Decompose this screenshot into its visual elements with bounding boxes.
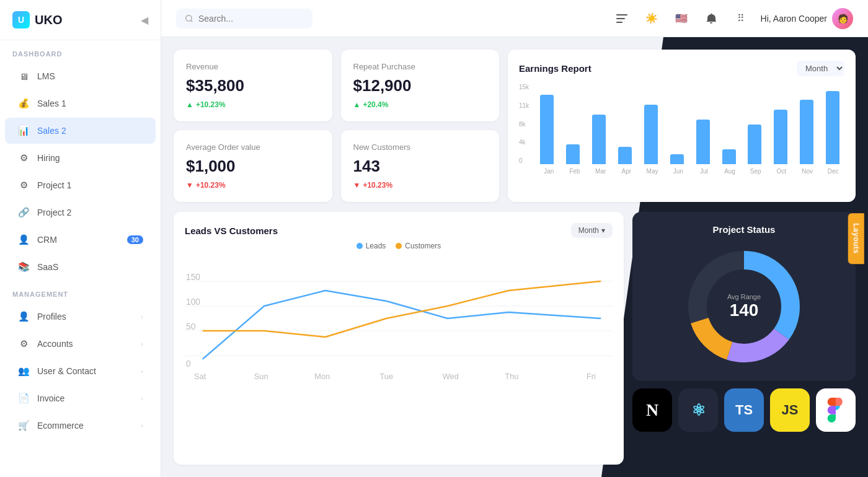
- chevron-right-icon: ›: [141, 340, 143, 348]
- leads-legend-item: Leads: [356, 242, 386, 250]
- crm-badge: 30: [127, 235, 143, 244]
- react-icon[interactable]: ⚛: [678, 388, 718, 432]
- sidebar-item-user-contact[interactable]: 👥 User & Contact ›: [5, 358, 156, 384]
- bar-wrapper: [535, 84, 558, 164]
- earnings-bar[interactable]: [566, 144, 580, 164]
- search-icon: [185, 14, 193, 23]
- search-box[interactable]: [176, 9, 312, 28]
- sidebar-item-lms[interactable]: 🖥 LMS: [5, 63, 156, 89]
- svg-rect-2: [616, 14, 627, 15]
- top-section: Revenue $35,800 ▲ +10.23% Repeat Purchas…: [174, 50, 856, 202]
- leads-month-filter[interactable]: Month ▾: [571, 223, 613, 238]
- stat-value: $35,800: [186, 76, 320, 95]
- month-labels: JanFebMarAprMayJunJulAugSepOctNovDec: [519, 168, 844, 175]
- svg-text:Mon: Mon: [314, 372, 330, 380]
- stat-card-repeat-purchase: Repeat Purchase $12,900 ▲ +20.4%: [341, 50, 500, 121]
- sidebar-item-crm[interactable]: 👤 CRM 30: [5, 227, 156, 253]
- profiles-icon: 👤: [17, 310, 30, 323]
- stat-label: Average Order value: [186, 142, 320, 152]
- dark-right-section: Project Status: [632, 212, 856, 465]
- sidebar-item-project1[interactable]: ⚙ Project 1: [5, 172, 156, 198]
- svg-text:0: 0: [186, 359, 191, 369]
- sidebar-item-ecommerce[interactable]: 🛒 Ecommerce ›: [5, 413, 156, 439]
- sidebar-item-hiring[interactable]: ⚙ Hiring: [5, 145, 156, 171]
- chevron-right-icon: ›: [141, 367, 143, 375]
- svg-text:Sat: Sat: [194, 372, 206, 380]
- logo: U UKO: [12, 11, 62, 28]
- month-label: Oct: [770, 168, 793, 175]
- svg-text:100: 100: [186, 297, 200, 307]
- sidebar-item-label: Sales 1: [37, 98, 143, 108]
- donut-value: 140: [727, 300, 761, 320]
- earnings-bar[interactable]: [540, 95, 554, 164]
- stat-value: 143: [353, 157, 487, 176]
- chevron-right-icon: ›: [141, 313, 143, 320]
- bar-wrapper: [561, 84, 584, 164]
- sidebar-item-profiles[interactable]: 👤 Profiles ›: [5, 304, 156, 330]
- main-area: ☀️ 🇺🇸 ⠿ Hi, Aaron Cooper 🧑 Revenue: [161, 0, 868, 477]
- earnings-bar[interactable]: [722, 149, 736, 164]
- bar-wrapper: [691, 84, 714, 164]
- svg-rect-3: [616, 18, 625, 19]
- search-input[interactable]: [198, 14, 298, 24]
- earnings-bar[interactable]: [826, 91, 839, 164]
- sales2-icon: 📊: [17, 125, 30, 137]
- leads-dot: [356, 243, 363, 249]
- crm-icon: 👤: [17, 234, 30, 246]
- sidebar-item-invoice[interactable]: 📄 Invoice ›: [5, 385, 156, 411]
- earnings-bar[interactable]: [774, 110, 787, 164]
- sidebar-item-label: Project 2: [37, 208, 143, 217]
- bar-wrapper: [613, 84, 636, 164]
- svg-text:Wed: Wed: [443, 372, 459, 380]
- layouts-tab[interactable]: Layouts: [848, 213, 864, 264]
- bar-wrapper: [665, 84, 688, 164]
- earnings-bar[interactable]: [748, 125, 761, 164]
- invoice-icon: 📄: [17, 392, 30, 405]
- stat-change: ▼ +10.23%: [353, 181, 487, 190]
- apps-icon[interactable]: ⠿: [731, 9, 751, 28]
- arrow-down-icon: ▼: [186, 181, 193, 190]
- sidebar-item-label: Profiles: [37, 312, 133, 322]
- month-label: Jun: [666, 168, 689, 175]
- earnings-bar[interactable]: [670, 154, 684, 164]
- month-label: Mar: [589, 168, 612, 175]
- user-info[interactable]: Hi, Aaron Cooper 🧑: [761, 8, 853, 29]
- sidebar-item-label: CRM: [37, 235, 120, 245]
- month-select[interactable]: Month Week Year: [797, 61, 844, 76]
- sidebar-item-accounts[interactable]: ⚙ Accounts ›: [5, 331, 156, 357]
- month-label: Aug: [719, 168, 742, 175]
- typescript-icon[interactable]: TS: [724, 388, 764, 432]
- earnings-bar[interactable]: [800, 100, 813, 164]
- flag-icon[interactable]: 🇺🇸: [671, 9, 691, 28]
- sidebar-item-label: Sales 2: [37, 126, 143, 136]
- javascript-icon[interactable]: JS: [770, 388, 810, 432]
- avatar: 🧑: [832, 8, 853, 29]
- figma-icon[interactable]: [816, 388, 856, 432]
- header-icons: ☀️ 🇺🇸 ⠿ Hi, Aaron Cooper 🧑: [612, 8, 853, 29]
- sidebar-toggle-button[interactable]: ◀: [141, 14, 148, 26]
- menu-icon[interactable]: [612, 9, 632, 28]
- earnings-bar[interactable]: [696, 120, 710, 164]
- month-label: Dec: [822, 168, 844, 175]
- project1-icon: ⚙: [17, 179, 30, 191]
- stats-row-1: Revenue $35,800 ▲ +10.23% Repeat Purchas…: [174, 50, 499, 121]
- lms-icon: 🖥: [17, 70, 30, 82]
- bar-wrapper: [717, 84, 740, 164]
- earnings-header: Earnings Report Month Week Year: [519, 61, 844, 76]
- sidebar-item-project2[interactable]: 🔗 Project 2: [5, 199, 156, 225]
- earnings-bar[interactable]: [644, 105, 658, 164]
- sidebar-item-sales2[interactable]: 📊 Sales 2: [5, 118, 156, 144]
- earnings-bar[interactable]: [592, 115, 606, 164]
- nextjs-icon[interactable]: N: [632, 388, 672, 432]
- sidebar-item-label: Accounts: [37, 339, 133, 349]
- theme-toggle-icon[interactable]: ☀️: [642, 9, 662, 28]
- notification-icon[interactable]: [701, 9, 721, 28]
- line-chart-svg: 150 100 50 0 Sat Sun Mon Tue Wed: [185, 256, 613, 380]
- customers-legend-item: Customers: [396, 242, 441, 250]
- project-status-title: Project Status: [645, 224, 843, 235]
- ecommerce-icon: 🛒: [17, 419, 30, 432]
- sidebar-item-sales1[interactable]: 💰 Sales 1: [5, 90, 156, 116]
- earnings-bar[interactable]: [618, 147, 632, 164]
- project2-icon: 🔗: [17, 206, 30, 219]
- sidebar-item-saas[interactable]: 📚 SaaS: [5, 254, 156, 280]
